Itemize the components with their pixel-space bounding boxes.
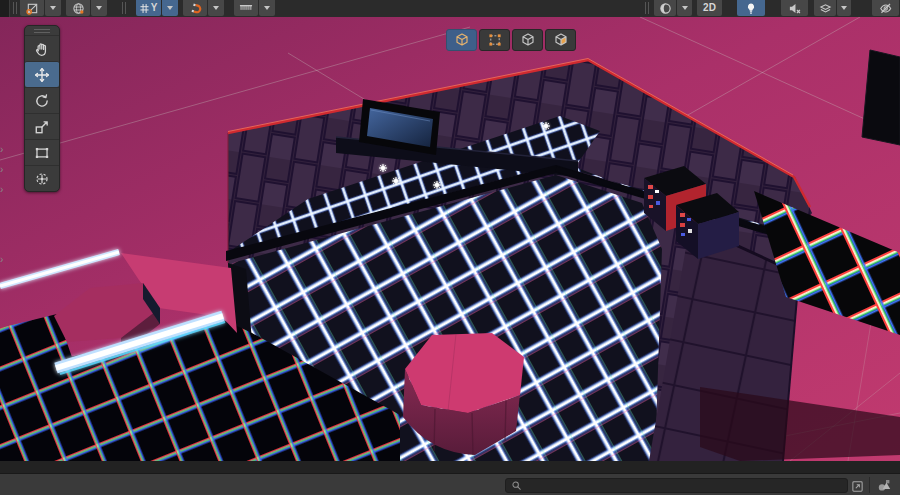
collapsed-overlay-chevron[interactable]: ›: [0, 165, 3, 175]
cube-face-icon: [553, 32, 569, 48]
bottom-panel-toolbar: [0, 473, 900, 495]
rect-tool-button[interactable]: [25, 139, 59, 165]
scene-toolbar: Y: [0, 0, 900, 17]
chevron-down-icon: [841, 6, 847, 10]
search-field[interactable]: [505, 478, 848, 493]
create-shapes-button[interactable]: [876, 477, 892, 493]
object-selection-button[interactable]: [446, 29, 477, 51]
shading-mode-button[interactable]: [654, 0, 676, 16]
chevron-down-icon: [682, 6, 688, 10]
mode-2d-label: 2D: [703, 3, 716, 13]
search-icon: [511, 480, 522, 491]
handle-position-dropdown[interactable]: [45, 0, 61, 16]
grid-size-dropdown[interactable]: [259, 0, 275, 16]
light-gizmo-icon[interactable]: [433, 181, 441, 189]
collapsed-overlay-chevron[interactable]: ›: [0, 255, 3, 265]
handle-position-button[interactable]: [20, 0, 44, 16]
tools-overlay: [24, 25, 60, 192]
search-input[interactable]: [522, 480, 847, 491]
pivot-icon: [26, 2, 39, 15]
edit-mode-bar: [446, 29, 576, 51]
overlay-corner: [0, 0, 10, 17]
effects-dropdown[interactable]: [837, 0, 851, 16]
bottom-bar-separator: [869, 477, 870, 493]
audio-toggle-button[interactable]: [781, 0, 808, 16]
shading-mode-dropdown[interactable]: [677, 0, 692, 16]
chevron-down-icon: [264, 6, 270, 10]
snap-dropdown[interactable]: [208, 0, 224, 16]
light-gizmo-icon[interactable]: [542, 122, 550, 130]
grid-size-button[interactable]: [234, 0, 258, 16]
chevron-down-icon: [213, 6, 219, 10]
chevron-down-icon: [50, 6, 56, 10]
grid-axis-label: Y: [151, 3, 158, 13]
overlay-drag-handle[interactable]: [25, 26, 59, 35]
shaded-sphere-icon: [659, 2, 672, 15]
maximize-icon: [851, 480, 864, 493]
eye-hidden-icon: [879, 2, 893, 15]
lighting-toggle-button[interactable]: [737, 0, 765, 16]
transform-tool-button[interactable]: [25, 165, 59, 191]
effects-button[interactable]: [814, 0, 836, 16]
collapsed-overlay-chevron[interactable]: ›: [0, 185, 3, 195]
vertex-selection-button[interactable]: [479, 29, 510, 51]
cube-wire-icon: [454, 32, 470, 48]
rotate-icon: [34, 93, 50, 109]
effects-layers-icon: [819, 2, 832, 14]
light-gizmo-icon[interactable]: [379, 164, 387, 172]
grid-axis-icon: [140, 3, 149, 14]
handle-rotation-button[interactable]: [66, 0, 90, 16]
cube-edge-icon: [520, 32, 536, 48]
scene-viewport[interactable]: › › › ›: [0, 17, 900, 461]
handle-rotation-dropdown[interactable]: [91, 0, 107, 16]
audio-muted-icon: [788, 2, 802, 15]
light-gizmo-icon[interactable]: [392, 177, 400, 185]
move-arrows-icon: [34, 67, 50, 83]
scene-render: [0, 17, 900, 461]
chevron-down-icon: [167, 6, 173, 10]
vertex-rect-icon: [487, 32, 503, 48]
magnet-icon: [189, 2, 202, 15]
face-selection-button[interactable]: [545, 29, 576, 51]
globe-icon: [72, 2, 85, 15]
transform-icon: [34, 171, 50, 187]
scale-icon: [34, 119, 50, 135]
mode-2d-button[interactable]: 2D: [697, 0, 722, 16]
grid-axis-button[interactable]: Y: [136, 0, 161, 16]
toolbar-separator: [645, 2, 646, 14]
move-tool-button[interactable]: [25, 61, 59, 87]
lightbulb-icon: [745, 2, 757, 15]
chevron-down-icon: [96, 6, 102, 10]
edge-selection-button[interactable]: [512, 29, 543, 51]
scale-tool-button[interactable]: [25, 113, 59, 139]
rect-icon: [34, 145, 50, 161]
view-tool-button[interactable]: [25, 35, 59, 61]
maximize-button[interactable]: [849, 478, 865, 494]
panel-divider-bar: [0, 461, 900, 473]
unity-scene-view-window: Y: [0, 0, 900, 495]
toolbar-separator: [122, 2, 123, 14]
shapes-icon: [877, 478, 892, 493]
grid-axis-dropdown[interactable]: [162, 0, 178, 16]
collapsed-overlay-chevron[interactable]: ›: [0, 145, 3, 155]
scene-visibility-button[interactable]: [872, 0, 899, 16]
rotate-tool-button[interactable]: [25, 87, 59, 113]
snap-button[interactable]: [183, 0, 207, 16]
grid-ruler-icon: [239, 2, 253, 14]
hand-icon: [34, 41, 50, 57]
toolbar-separator: [13, 2, 14, 14]
